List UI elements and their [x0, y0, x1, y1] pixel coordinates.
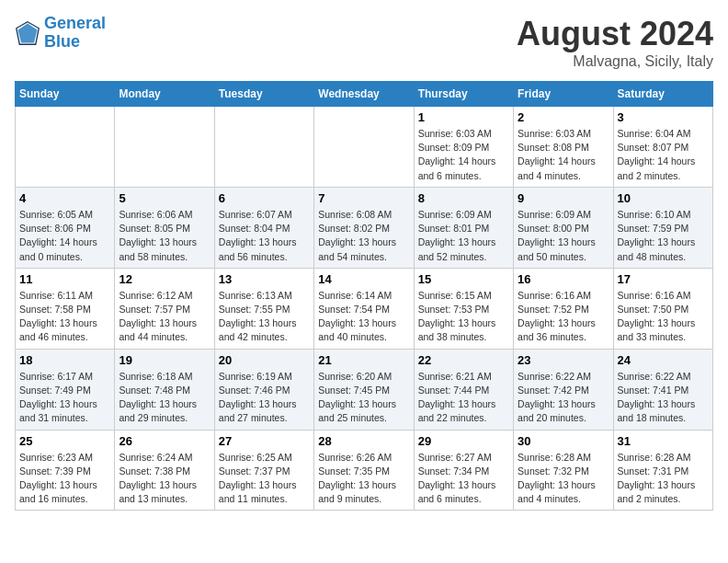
- calendar-cell: [115, 107, 214, 188]
- weekday-header-row: SundayMondayTuesdayWednesdayThursdayFrid…: [16, 82, 713, 107]
- page-header: General Blue August 2024 Malvagna, Sicil…: [15, 15, 713, 70]
- calendar-cell: [214, 107, 313, 188]
- calendar-cell: 28Sunrise: 6:26 AM Sunset: 7:35 PM Dayli…: [314, 430, 414, 511]
- calendar-cell: 7Sunrise: 6:08 AM Sunset: 8:02 PM Daylig…: [314, 187, 414, 268]
- calendar-cell: 4Sunrise: 6:05 AM Sunset: 8:06 PM Daylig…: [16, 187, 115, 268]
- logo-line2: Blue: [44, 32, 80, 51]
- week-row-2: 4Sunrise: 6:05 AM Sunset: 8:06 PM Daylig…: [16, 187, 713, 268]
- day-number: 13: [219, 272, 310, 286]
- calendar-cell: 25Sunrise: 6:23 AM Sunset: 7:39 PM Dayli…: [16, 430, 115, 511]
- day-number: 5: [119, 191, 210, 205]
- day-info: Sunrise: 6:08 AM Sunset: 8:02 PM Dayligh…: [318, 208, 409, 264]
- day-info: Sunrise: 6:09 AM Sunset: 8:00 PM Dayligh…: [518, 208, 609, 264]
- week-row-1: 1Sunrise: 6:03 AM Sunset: 8:09 PM Daylig…: [16, 107, 713, 188]
- day-info: Sunrise: 6:05 AM Sunset: 8:06 PM Dayligh…: [19, 208, 110, 264]
- day-info: Sunrise: 6:28 AM Sunset: 7:32 PM Dayligh…: [518, 451, 609, 507]
- day-number: 26: [119, 434, 210, 448]
- day-number: 11: [19, 272, 110, 286]
- day-number: 17: [618, 272, 709, 286]
- day-number: 23: [518, 353, 609, 367]
- day-info: Sunrise: 6:14 AM Sunset: 7:54 PM Dayligh…: [318, 289, 409, 345]
- weekday-header-saturday: Saturday: [613, 82, 712, 107]
- day-info: Sunrise: 6:19 AM Sunset: 7:46 PM Dayligh…: [219, 370, 310, 426]
- weekday-header-monday: Monday: [115, 82, 214, 107]
- calendar-cell: 11Sunrise: 6:11 AM Sunset: 7:58 PM Dayli…: [16, 268, 115, 349]
- logo-icon: [15, 20, 40, 46]
- day-number: 3: [618, 110, 709, 124]
- day-info: Sunrise: 6:16 AM Sunset: 7:52 PM Dayligh…: [518, 289, 609, 345]
- day-number: 2: [518, 110, 609, 124]
- calendar-cell: 15Sunrise: 6:15 AM Sunset: 7:53 PM Dayli…: [414, 268, 513, 349]
- day-number: 16: [518, 272, 609, 286]
- day-number: 10: [618, 191, 709, 205]
- day-info: Sunrise: 6:09 AM Sunset: 8:01 PM Dayligh…: [418, 208, 509, 264]
- day-number: 25: [19, 434, 110, 448]
- calendar-cell: 13Sunrise: 6:13 AM Sunset: 7:55 PM Dayli…: [214, 268, 313, 349]
- day-number: 12: [119, 272, 210, 286]
- day-info: Sunrise: 6:18 AM Sunset: 7:48 PM Dayligh…: [119, 370, 210, 426]
- day-info: Sunrise: 6:12 AM Sunset: 7:57 PM Dayligh…: [119, 289, 210, 345]
- day-number: 7: [318, 191, 409, 205]
- calendar-cell: 29Sunrise: 6:27 AM Sunset: 7:34 PM Dayli…: [414, 430, 513, 511]
- day-info: Sunrise: 6:28 AM Sunset: 7:31 PM Dayligh…: [618, 451, 709, 507]
- day-info: Sunrise: 6:03 AM Sunset: 8:09 PM Dayligh…: [418, 127, 509, 183]
- calendar-cell: 20Sunrise: 6:19 AM Sunset: 7:46 PM Dayli…: [214, 349, 313, 430]
- day-number: 6: [219, 191, 310, 205]
- day-info: Sunrise: 6:27 AM Sunset: 7:34 PM Dayligh…: [418, 451, 509, 507]
- week-row-3: 11Sunrise: 6:11 AM Sunset: 7:58 PM Dayli…: [16, 268, 713, 349]
- logo-text: General Blue: [44, 15, 106, 52]
- day-number: 24: [618, 353, 709, 367]
- weekday-header-friday: Friday: [514, 82, 613, 107]
- calendar-cell: 8Sunrise: 6:09 AM Sunset: 8:01 PM Daylig…: [414, 187, 513, 268]
- calendar-cell: 12Sunrise: 6:12 AM Sunset: 7:57 PM Dayli…: [115, 268, 214, 349]
- logo: General Blue: [15, 15, 106, 52]
- day-number: 21: [318, 353, 409, 367]
- calendar-cell: [16, 107, 115, 188]
- calendar-cell: 17Sunrise: 6:16 AM Sunset: 7:50 PM Dayli…: [613, 268, 712, 349]
- calendar-cell: 18Sunrise: 6:17 AM Sunset: 7:49 PM Dayli…: [16, 349, 115, 430]
- month-title: August 2024: [517, 15, 713, 53]
- day-info: Sunrise: 6:22 AM Sunset: 7:41 PM Dayligh…: [618, 370, 709, 426]
- calendar-cell: 9Sunrise: 6:09 AM Sunset: 8:00 PM Daylig…: [514, 187, 613, 268]
- calendar-cell: 31Sunrise: 6:28 AM Sunset: 7:31 PM Dayli…: [613, 430, 712, 511]
- calendar-cell: 1Sunrise: 6:03 AM Sunset: 8:09 PM Daylig…: [414, 107, 513, 188]
- calendar-cell: 19Sunrise: 6:18 AM Sunset: 7:48 PM Dayli…: [115, 349, 214, 430]
- day-number: 4: [19, 191, 110, 205]
- calendar-cell: 16Sunrise: 6:16 AM Sunset: 7:52 PM Dayli…: [514, 268, 613, 349]
- calendar-cell: 24Sunrise: 6:22 AM Sunset: 7:41 PM Dayli…: [613, 349, 712, 430]
- day-number: 28: [318, 434, 409, 448]
- day-info: Sunrise: 6:23 AM Sunset: 7:39 PM Dayligh…: [19, 451, 110, 507]
- day-info: Sunrise: 6:03 AM Sunset: 8:08 PM Dayligh…: [518, 127, 609, 183]
- day-info: Sunrise: 6:22 AM Sunset: 7:42 PM Dayligh…: [518, 370, 609, 426]
- day-number: 14: [318, 272, 409, 286]
- calendar-cell: 26Sunrise: 6:24 AM Sunset: 7:38 PM Dayli…: [115, 430, 214, 511]
- logo-line1: General: [44, 14, 106, 32]
- calendar-table: SundayMondayTuesdayWednesdayThursdayFrid…: [15, 81, 713, 511]
- calendar-cell: [314, 107, 414, 188]
- weekday-header-wednesday: Wednesday: [314, 82, 414, 107]
- day-info: Sunrise: 6:17 AM Sunset: 7:49 PM Dayligh…: [19, 370, 110, 426]
- calendar-cell: 10Sunrise: 6:10 AM Sunset: 7:59 PM Dayli…: [613, 187, 712, 268]
- day-info: Sunrise: 6:11 AM Sunset: 7:58 PM Dayligh…: [19, 289, 110, 345]
- day-info: Sunrise: 6:10 AM Sunset: 7:59 PM Dayligh…: [618, 208, 709, 264]
- day-number: 20: [219, 353, 310, 367]
- day-number: 29: [418, 434, 509, 448]
- day-number: 30: [518, 434, 609, 448]
- day-number: 18: [19, 353, 110, 367]
- day-info: Sunrise: 6:20 AM Sunset: 7:45 PM Dayligh…: [318, 370, 409, 426]
- day-info: Sunrise: 6:25 AM Sunset: 7:37 PM Dayligh…: [219, 451, 310, 507]
- day-info: Sunrise: 6:16 AM Sunset: 7:50 PM Dayligh…: [618, 289, 709, 345]
- day-info: Sunrise: 6:26 AM Sunset: 7:35 PM Dayligh…: [318, 451, 409, 507]
- day-number: 9: [518, 191, 609, 205]
- day-number: 27: [219, 434, 310, 448]
- day-number: 19: [119, 353, 210, 367]
- calendar-cell: 23Sunrise: 6:22 AM Sunset: 7:42 PM Dayli…: [514, 349, 613, 430]
- weekday-header-tuesday: Tuesday: [214, 82, 313, 107]
- week-row-5: 25Sunrise: 6:23 AM Sunset: 7:39 PM Dayli…: [16, 430, 713, 511]
- calendar-cell: 2Sunrise: 6:03 AM Sunset: 8:08 PM Daylig…: [514, 107, 613, 188]
- day-number: 8: [418, 191, 509, 205]
- weekday-header-thursday: Thursday: [414, 82, 513, 107]
- calendar-cell: 6Sunrise: 6:07 AM Sunset: 8:04 PM Daylig…: [214, 187, 313, 268]
- calendar-cell: 22Sunrise: 6:21 AM Sunset: 7:44 PM Dayli…: [414, 349, 513, 430]
- calendar-cell: 27Sunrise: 6:25 AM Sunset: 7:37 PM Dayli…: [214, 430, 313, 511]
